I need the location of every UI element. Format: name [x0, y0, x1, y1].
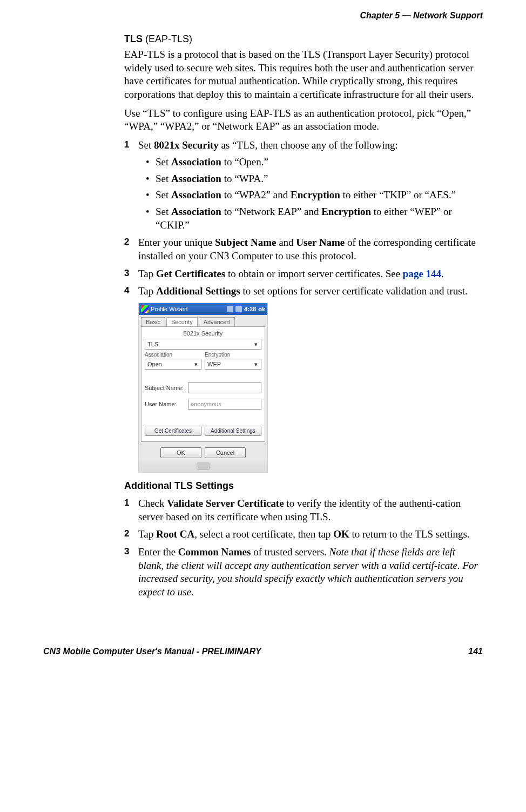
- chevron-down-icon: ▾: [253, 361, 259, 368]
- encryption-select[interactable]: WEP ▾: [205, 359, 261, 370]
- clock: 4:28: [244, 306, 256, 312]
- window-title: Profile Wizard: [151, 306, 187, 312]
- cancel-button[interactable]: Cancel: [205, 447, 246, 458]
- step-number: 3: [124, 546, 129, 558]
- tab-advanced[interactable]: Advanced: [199, 317, 235, 326]
- connectivity-icon[interactable]: [227, 306, 233, 312]
- user-name-input[interactable]: anonymous: [188, 399, 261, 410]
- profile-wizard-screenshot: Profile Wizard 4:28 ok Basic Security Ad…: [138, 303, 268, 473]
- sip-keyboard-bar[interactable]: [139, 461, 267, 472]
- subject-name-input[interactable]: [188, 382, 261, 393]
- tab-security[interactable]: Security: [166, 317, 198, 326]
- get-certificates-button[interactable]: Get Certificates: [145, 426, 201, 436]
- chevron-down-icon: ▾: [253, 341, 259, 348]
- security-select[interactable]: TLS ▾: [145, 339, 261, 350]
- user-name-label: User Name:: [145, 401, 188, 407]
- heading-bold: TLS: [124, 33, 143, 44]
- bullet-4: Set Association to “Network EAP” and Enc…: [146, 205, 483, 232]
- footer-left: CN3 Mobile Computer User's Manual - PREL…: [43, 647, 261, 656]
- window-titlebar: Profile Wizard 4:28 ok: [139, 303, 267, 315]
- paragraph-1: EAP-TLS is a protocol that is based on t…: [124, 48, 483, 102]
- step-1: 1 Set 8021x Security as “TLS, then choos…: [124, 139, 483, 232]
- ok-softkey[interactable]: ok: [258, 306, 265, 312]
- step-3: 3 Tap Get Certificates to obtain or impo…: [124, 267, 483, 281]
- additional-settings-button[interactable]: Additional Settings: [205, 426, 261, 436]
- section-heading: TLS (EAP-TLS): [124, 33, 483, 45]
- start-icon[interactable]: [141, 305, 149, 313]
- encryption-label: Encryption: [205, 352, 261, 358]
- step-number: 1: [124, 139, 129, 151]
- additional-tls-heading: Additional TLS Settings: [124, 480, 483, 492]
- bullet-1: Set Association to “Open.”: [146, 156, 483, 169]
- tls-step-3: 3 Enter the Common Names of trusted serv…: [124, 546, 483, 599]
- tls-step-1: 1 Check Validate Server Certificate to v…: [124, 497, 483, 524]
- ok-button[interactable]: OK: [160, 447, 201, 458]
- step-number: 2: [124, 236, 129, 248]
- paragraph-2: Use “TLS” to configure using EAP-TLS as …: [124, 107, 483, 133]
- association-label: Association: [145, 352, 201, 358]
- chevron-down-icon: ▾: [193, 361, 199, 368]
- step-number: 4: [124, 285, 129, 297]
- page-link-144[interactable]: page 144: [403, 268, 441, 279]
- step-4: 4 Tap Additional Settings to set options…: [124, 285, 483, 298]
- subject-name-label: Subject Name:: [145, 385, 188, 391]
- step-2: 2 Enter your unique Subject Name and Use…: [124, 236, 483, 263]
- step-number: 2: [124, 528, 129, 540]
- tls-step-2: 2 Tap Root CA, select a root certificate…: [124, 528, 483, 541]
- step-number: 1: [124, 497, 129, 509]
- volume-icon[interactable]: [235, 306, 242, 312]
- keyboard-icon: [197, 462, 210, 470]
- association-select[interactable]: Open ▾: [145, 359, 201, 370]
- bullet-2: Set Association to “WPA.”: [146, 172, 483, 186]
- page-number: 141: [468, 647, 483, 656]
- heading-rest: (EAP-TLS): [143, 33, 192, 44]
- bullet-3: Set Association to “WPA2” and Encryption…: [146, 189, 483, 202]
- page-header: Chapter 5 — Network Support: [43, 11, 483, 21]
- tab-basic[interactable]: Basic: [141, 317, 165, 326]
- step-number: 3: [124, 267, 129, 279]
- group-label: 8021x Security: [145, 330, 261, 337]
